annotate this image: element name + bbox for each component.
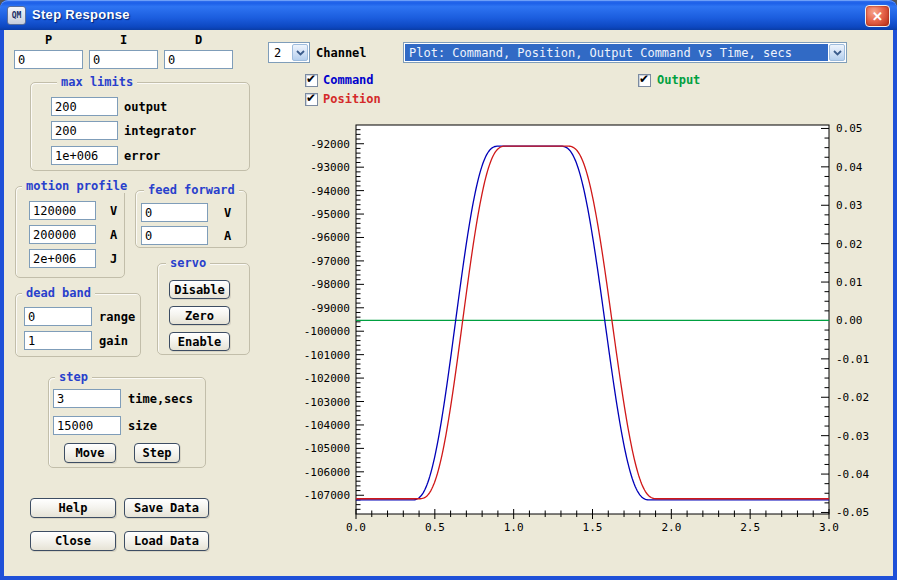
ff-accel-input[interactable] [141,226,208,245]
svg-text:-103000: -103000 [304,396,350,409]
jerk-input[interactable] [29,249,96,268]
svg-text:2.5: 2.5 [740,521,760,534]
svg-text:0.03: 0.03 [836,199,863,212]
deadband-gain-label: gain [99,334,128,348]
check-icon: ✔ [306,72,316,86]
group-step-title: step [55,370,92,384]
svg-text:-0.04: -0.04 [836,468,869,481]
app-icon[interactable]: QM [7,6,26,25]
ff-accel-label: A [224,229,231,243]
svg-text:-98000: -98000 [310,278,350,291]
channel-select[interactable]: 2 [268,42,310,63]
svg-text:0.04: 0.04 [836,161,863,174]
group-dead-band: dead band range gain [15,293,141,357]
command-checkbox[interactable]: ✔ [305,74,318,87]
max-integrator-input[interactable] [51,121,118,140]
group-feed-forward: feed forward V A [135,190,247,248]
svg-text:-104000: -104000 [304,419,350,432]
svg-text:0.0: 0.0 [346,521,366,534]
deadband-range-label: range [99,310,135,324]
output-checkbox[interactable]: ✔ [638,74,651,87]
channel-label: Channel [316,46,367,60]
svg-text:-105000: -105000 [304,442,350,455]
i-input[interactable] [89,50,158,69]
position-checkbox[interactable]: ✔ [305,93,318,106]
p-label: P [14,33,83,47]
svg-text:0.5: 0.5 [425,521,445,534]
chevron-down-icon[interactable] [292,44,308,61]
svg-text:-94000: -94000 [310,185,350,198]
svg-text:-101000: -101000 [304,349,350,362]
svg-text:-96000: -96000 [310,231,350,244]
svg-text:-106000: -106000 [304,466,350,479]
plot-select[interactable]: Plot: Command, Position, Output Command … [403,42,847,63]
svg-text:-107000: -107000 [304,489,350,502]
close-icon: ✕ [872,9,883,24]
app-icon-text: QM [12,11,22,20]
max-error-input[interactable] [51,146,118,165]
svg-text:-0.02: -0.02 [836,391,869,404]
save-data-button[interactable]: Save Data [124,498,209,518]
svg-text:2.0: 2.0 [661,521,681,534]
svg-text:0.01: 0.01 [836,276,863,289]
check-icon: ✔ [306,91,316,105]
group-motion-profile: motion profile V A J [15,186,125,278]
servo-disable-button[interactable]: Disable [169,280,230,299]
step-button[interactable]: Step [134,443,180,463]
channel-value: 2 [270,44,291,61]
accel-input[interactable] [29,225,96,244]
step-response-plot: -92000-93000-94000-95000-96000-97000-980… [285,115,885,555]
close-button[interactable]: ✕ [865,5,890,27]
max-error-label: error [124,149,160,163]
title-bar[interactable]: QM Step Response ✕ [0,0,897,30]
svg-text:-100000: -100000 [304,325,350,338]
deadband-range-input[interactable] [24,307,92,326]
svg-text:-92000: -92000 [310,138,350,151]
accel-label: A [110,228,117,242]
svg-text:-93000: -93000 [310,161,350,174]
group-servo: servo Disable Zero Enable [157,263,250,355]
svg-text:-102000: -102000 [304,372,350,385]
deadband-gain-input[interactable] [24,331,92,350]
ff-velocity-label: V [224,206,231,220]
group-max-limits: max limits output integrator error [30,82,250,171]
window-title: Step Response [32,7,130,22]
svg-text:0.00: 0.00 [836,314,863,327]
svg-text:-0.01: -0.01 [836,353,869,366]
i-label: I [89,33,158,47]
position-checkbox-label: Position [323,92,381,106]
group-servo-title: servo [166,256,210,270]
step-time-input[interactable] [53,389,121,408]
svg-text:0.05: 0.05 [836,122,863,135]
d-label: D [164,33,233,47]
chevron-down-icon[interactable] [829,44,845,61]
group-feed-forward-title: feed forward [144,183,239,197]
svg-text:-0.03: -0.03 [836,430,869,443]
svg-text:-99000: -99000 [310,302,350,315]
group-motion-profile-title: motion profile [22,179,131,193]
step-time-label: time,secs [128,392,193,406]
svg-text:3.0: 3.0 [819,521,839,534]
ff-velocity-input[interactable] [141,203,208,222]
max-integrator-label: integrator [124,124,196,138]
check-icon: ✔ [639,72,649,86]
servo-zero-button[interactable]: Zero [169,306,230,325]
close-dialog-button[interactable]: Close [30,531,116,551]
max-output-label: output [124,100,167,114]
step-size-input[interactable] [53,416,121,435]
group-max-limits-title: max limits [57,75,137,89]
d-input[interactable] [164,50,233,69]
svg-text:1.0: 1.0 [504,521,524,534]
svg-text:-95000: -95000 [310,208,350,221]
help-button[interactable]: Help [30,498,116,518]
load-data-button[interactable]: Load Data [124,531,209,551]
velocity-input[interactable] [29,201,96,220]
jerk-label: J [110,252,117,266]
group-dead-band-title: dead band [22,286,95,300]
output-checkbox-label: Output [657,73,700,87]
max-output-input[interactable] [51,97,118,116]
group-step: step time,secs size Move Step [48,377,206,468]
move-button[interactable]: Move [64,443,116,463]
servo-enable-button[interactable]: Enable [169,332,230,351]
p-input[interactable] [14,50,83,69]
